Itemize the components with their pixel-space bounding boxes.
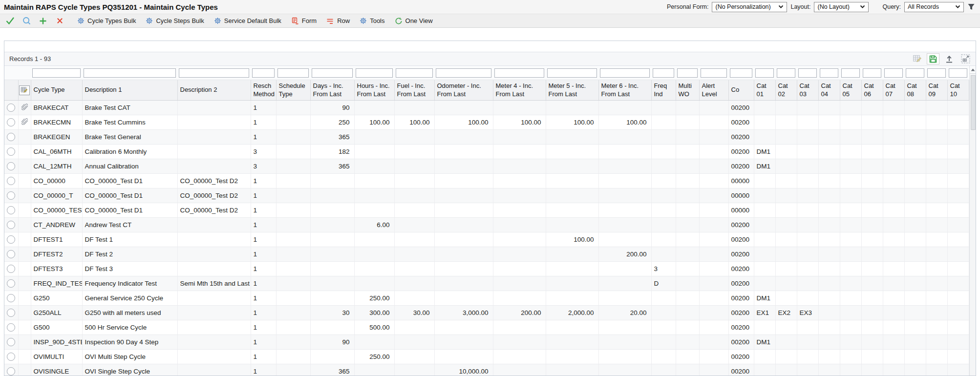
cell-odometer_inc[interactable]	[434, 350, 493, 364]
row-select-radio[interactable]	[7, 323, 15, 332]
row-select-radio[interactable]	[7, 206, 15, 214]
cell-days_inc[interactable]	[310, 350, 354, 364]
cell-cat_07[interactable]	[883, 159, 904, 174]
cell-cat_09[interactable]	[926, 115, 947, 130]
cell-cat_01[interactable]	[754, 130, 775, 145]
cell-cat_10[interactable]	[947, 101, 969, 115]
cell-meter6_inc[interactable]	[598, 262, 651, 276]
cell-description_2[interactable]	[177, 350, 251, 364]
cell-description_2[interactable]	[177, 101, 251, 115]
cell-fuel_inc[interactable]	[394, 188, 434, 203]
cell-fuel_inc[interactable]	[394, 101, 434, 115]
cell-meter5_inc[interactable]	[546, 335, 598, 350]
cell-cat_10[interactable]	[947, 115, 969, 130]
row-select-radio[interactable]	[7, 235, 15, 244]
cell-cat_01[interactable]	[754, 174, 775, 188]
cell-freq_ind[interactable]: D	[651, 276, 676, 291]
cell-fuel_inc[interactable]: 100.00	[394, 115, 434, 130]
cell-meter4_inc[interactable]	[493, 364, 546, 376]
cell-schedule_type[interactable]	[276, 350, 310, 364]
cell-description_1[interactable]: DF Test 1	[82, 232, 177, 247]
cell-cat_03[interactable]	[797, 335, 818, 350]
attachment-cell[interactable]	[18, 101, 31, 115]
cell-cat_09[interactable]	[926, 291, 947, 306]
cell-cat_06[interactable]	[861, 218, 883, 232]
row-select-radio[interactable]	[7, 294, 15, 302]
cell-description_1[interactable]: Brake Test General	[82, 130, 177, 145]
cell-odometer_inc[interactable]	[434, 247, 493, 262]
cell-cat_10[interactable]	[947, 232, 969, 247]
cell-freq_ind[interactable]	[651, 101, 676, 115]
cell-resch_method[interactable]: 1	[251, 101, 276, 115]
row-select-radio[interactable]	[7, 162, 15, 170]
cell-meter4_inc[interactable]	[493, 276, 546, 291]
cell-meter4_inc[interactable]	[493, 101, 546, 115]
cell-resch_method[interactable]: 1	[251, 115, 276, 130]
scrollbar-thumb[interactable]	[971, 75, 976, 130]
cell-cat_02[interactable]	[775, 291, 797, 306]
cell-co[interactable]: 00200	[728, 115, 754, 130]
cell-cat_07[interactable]	[883, 188, 904, 203]
cell-alert_level[interactable]	[699, 159, 728, 174]
col-header-cat_10[interactable]: Cat 10	[947, 80, 969, 101]
cell-cat_10[interactable]	[947, 364, 969, 376]
cell-fuel_inc[interactable]	[394, 218, 434, 232]
cell-fuel_inc[interactable]	[394, 232, 434, 247]
cell-cat_04[interactable]	[818, 276, 840, 291]
cell-cat_09[interactable]	[926, 276, 947, 291]
cell-alert_level[interactable]	[699, 262, 728, 276]
col-header-cat_01[interactable]: Cat 01	[754, 80, 775, 101]
cell-meter4_inc[interactable]	[493, 159, 546, 174]
cell-cat_01[interactable]: DM1	[754, 335, 775, 350]
cell-meter6_inc[interactable]	[598, 320, 651, 335]
cell-meter5_inc[interactable]: 2,000.00	[546, 306, 598, 320]
cell-cat_07[interactable]	[883, 101, 904, 115]
cell-cat_06[interactable]	[861, 232, 883, 247]
cell-days_inc[interactable]: 90	[310, 335, 354, 350]
cell-hours_inc[interactable]	[354, 174, 394, 188]
cell-cat_06[interactable]	[861, 115, 883, 130]
cell-cat_08[interactable]	[904, 188, 926, 203]
cell-fuel_inc[interactable]	[394, 291, 434, 306]
cell-cat_06[interactable]	[861, 174, 883, 188]
cell-odometer_inc[interactable]	[434, 188, 493, 203]
qbe-filter-days_inc[interactable]	[312, 68, 353, 78]
cell-meter4_inc[interactable]	[493, 130, 546, 145]
cell-meter5_inc[interactable]	[546, 364, 598, 376]
cell-cat_07[interactable]	[883, 145, 904, 159]
cell-freq_ind[interactable]	[651, 188, 676, 203]
cell-hours_inc[interactable]: 250.00	[354, 291, 394, 306]
cell-cat_10[interactable]	[947, 218, 969, 232]
cell-meter4_inc[interactable]	[493, 262, 546, 276]
cell-cat_04[interactable]	[818, 145, 840, 159]
cell-meter4_inc[interactable]	[493, 203, 546, 218]
cell-cat_03[interactable]	[797, 262, 818, 276]
cell-days_inc[interactable]: 365	[310, 159, 354, 174]
cell-cat_05[interactable]	[840, 232, 861, 247]
cell-cat_09[interactable]	[926, 306, 947, 320]
cell-meter5_inc[interactable]	[546, 320, 598, 335]
cell-cat_03[interactable]	[797, 145, 818, 159]
cell-schedule_type[interactable]	[276, 335, 310, 350]
qbe-filter-hours_inc[interactable]	[356, 68, 393, 78]
cell-cat_02[interactable]	[775, 115, 797, 130]
cell-cat_10[interactable]	[947, 306, 969, 320]
cell-co[interactable]: 00200	[728, 320, 754, 335]
cell-description_1[interactable]: CO_00000_Test D1	[82, 188, 177, 203]
cell-cat_04[interactable]	[818, 130, 840, 145]
cell-cat_05[interactable]	[840, 203, 861, 218]
cell-cat_02[interactable]	[775, 188, 797, 203]
cell-cat_02[interactable]	[775, 159, 797, 174]
cell-cat_09[interactable]	[926, 335, 947, 350]
cell-fuel_inc[interactable]	[394, 320, 434, 335]
cell-alert_level[interactable]	[699, 335, 728, 350]
cell-alert_level[interactable]	[699, 218, 728, 232]
cell-resch_method[interactable]: 1	[251, 364, 276, 376]
cell-cat_09[interactable]	[926, 101, 947, 115]
edit-grid-button[interactable]	[911, 53, 923, 64]
cell-freq_ind[interactable]	[651, 247, 676, 262]
cell-schedule_type[interactable]	[276, 291, 310, 306]
cell-cat_04[interactable]	[818, 350, 840, 364]
cell-cat_08[interactable]	[904, 145, 926, 159]
cell-schedule_type[interactable]	[276, 159, 310, 174]
